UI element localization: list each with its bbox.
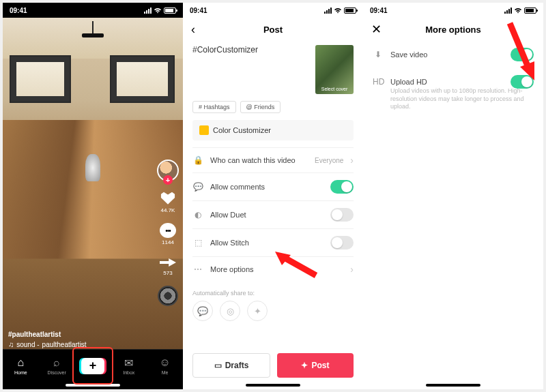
toggle-duet[interactable] xyxy=(330,208,354,222)
share-count: 573 xyxy=(163,270,172,276)
row-privacy[interactable]: 🔒Who can watch this videoEveryone› xyxy=(192,147,354,172)
lock-icon: 🔒 xyxy=(192,155,203,165)
comment-icon xyxy=(160,223,176,238)
row-save-video: ⬇Save video xyxy=(373,41,534,68)
share-button[interactable]: 573 xyxy=(160,255,176,276)
heart-icon xyxy=(160,191,176,206)
row-duet: ◐Allow Duet xyxy=(192,200,354,228)
status-indicators xyxy=(144,7,176,14)
caption-row: #ColorCustomizer Select cover xyxy=(192,41,354,101)
toggle-stitch[interactable] xyxy=(330,236,354,250)
wifi-icon xyxy=(154,7,162,14)
video-caption: #paultheatlartist ♫sound - paultheatlart… xyxy=(8,331,87,348)
row-more-options[interactable]: ⋯More options› xyxy=(192,256,354,282)
friends-chip[interactable]: @ Friends xyxy=(240,101,281,113)
status-bar: 09:41 xyxy=(3,3,183,18)
hd-icon: HD xyxy=(373,77,384,87)
more-icon: ⋯ xyxy=(192,265,203,274)
share-row: 💬 ◎ ✦ xyxy=(192,301,354,321)
battery-icon xyxy=(524,7,536,14)
home-indicator xyxy=(246,384,300,387)
profile-icon: ☺ xyxy=(159,357,171,369)
user-handle[interactable]: #paultheatlartist xyxy=(8,331,87,338)
link-attachment[interactable]: Color Customizer xyxy=(192,120,354,140)
search-icon: ⌕ xyxy=(51,357,63,369)
home-indicator xyxy=(426,384,480,387)
sound-disc[interactable] xyxy=(158,286,178,306)
wifi-icon xyxy=(334,7,342,14)
signal-icon xyxy=(144,7,152,14)
status-time: 09:41 xyxy=(370,7,388,14)
drafts-icon: ▭ xyxy=(214,361,222,370)
action-sidebar: 44.7K 1144 573 xyxy=(157,160,179,306)
like-count: 44.7K xyxy=(161,207,175,213)
share-instagram[interactable]: ◎ xyxy=(220,301,240,321)
nav-create[interactable]: + xyxy=(75,350,111,382)
share-other[interactable]: ✦ xyxy=(247,301,268,321)
nav-me[interactable]: ☺Me xyxy=(147,350,183,382)
chip-row: # Hashtags @ Friends xyxy=(192,101,354,113)
post-header: ‹ Post xyxy=(183,18,363,41)
button-row: ▭Drafts ✦Post xyxy=(192,348,354,382)
toggle-comments[interactable] xyxy=(330,180,354,194)
duet-icon: ◐ xyxy=(192,210,203,220)
page-title: Post xyxy=(183,25,363,35)
download-icon: ⬇ xyxy=(373,50,384,59)
nav-home[interactable]: ⌂Home xyxy=(3,350,39,382)
more-header: ✕ More options xyxy=(363,18,543,41)
author-avatar[interactable] xyxy=(157,160,179,181)
share-message[interactable]: 💬 xyxy=(192,301,213,321)
status-time: 09:41 xyxy=(10,7,27,14)
bottom-nav: ⌂Home ⌕Discover + ✉Inbox ☺Me xyxy=(3,349,183,382)
row-stitch: ⬚Allow Stitch xyxy=(192,228,354,256)
nav-discover[interactable]: ⌕Discover xyxy=(39,350,75,382)
page-title: More options xyxy=(363,25,543,35)
battery-icon xyxy=(164,7,176,14)
video-feed[interactable] xyxy=(3,18,183,349)
video-content xyxy=(3,18,183,349)
home-icon: ⌂ xyxy=(14,357,27,369)
highlight-box xyxy=(72,347,114,385)
share-icon xyxy=(160,255,176,269)
post-button[interactable]: ✦Post xyxy=(277,353,354,378)
hashtags-chip[interactable]: # Hashtags xyxy=(192,101,236,113)
drafts-button[interactable]: ▭Drafts xyxy=(192,353,270,378)
status-bar: 09:41 xyxy=(183,3,363,18)
toggle-hd[interactable] xyxy=(511,75,534,89)
music-icon: ♫ xyxy=(8,340,14,348)
share-label: Automatically share to: xyxy=(192,290,354,297)
status-time: 09:41 xyxy=(190,7,207,14)
chevron-right-icon: › xyxy=(350,155,354,166)
phone-feed: 09:41 ‹ Search Following For You 44.7K 1… xyxy=(3,3,183,389)
status-bar: 09:41 xyxy=(363,3,543,18)
battery-icon xyxy=(344,7,356,14)
like-button[interactable]: 44.7K xyxy=(160,191,176,213)
nav-inbox[interactable]: ✉Inbox xyxy=(111,350,147,382)
wifi-icon xyxy=(514,7,522,14)
toggle-save[interactable] xyxy=(511,48,534,61)
cover-thumbnail[interactable]: Select cover xyxy=(315,45,354,94)
stitch-icon: ⬚ xyxy=(192,238,203,247)
chevron-right-icon: › xyxy=(350,264,354,275)
hd-description: Upload videos with up to 1080p resolutio… xyxy=(390,87,534,111)
caption-input[interactable]: #ColorCustomizer xyxy=(192,45,308,94)
signal-icon xyxy=(504,7,512,14)
comment-count: 1144 xyxy=(162,239,174,245)
phone-more-options: 09:41 ✕ More options ⬇Save video HDUploa… xyxy=(363,3,543,389)
comment-icon: 💬 xyxy=(192,182,203,192)
post-icon: ✦ xyxy=(301,361,308,370)
comment-button[interactable]: 1144 xyxy=(160,223,176,245)
link-icon xyxy=(199,125,209,135)
row-comments: 💬Allow comments xyxy=(192,172,354,200)
signal-icon xyxy=(324,7,332,14)
inbox-icon: ✉ xyxy=(123,357,135,369)
phone-post: 09:41 ‹ Post #ColorCustomizer Select cov… xyxy=(183,3,363,389)
